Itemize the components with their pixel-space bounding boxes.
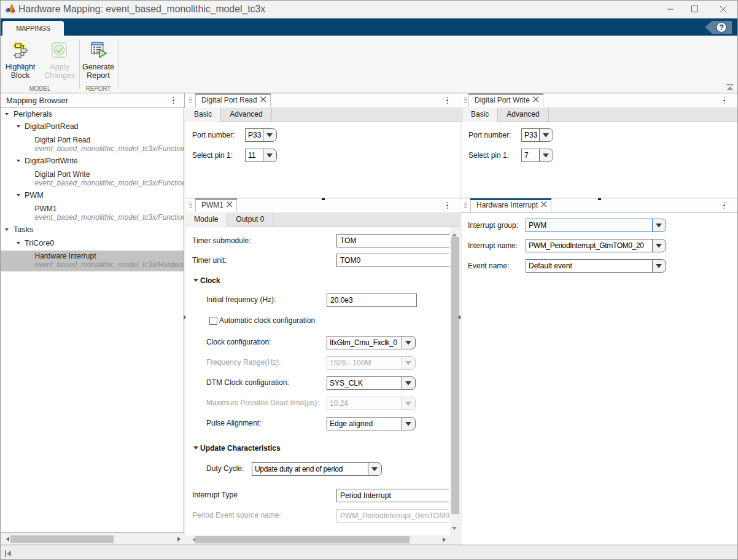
svg-text:?: ? — [719, 23, 724, 32]
